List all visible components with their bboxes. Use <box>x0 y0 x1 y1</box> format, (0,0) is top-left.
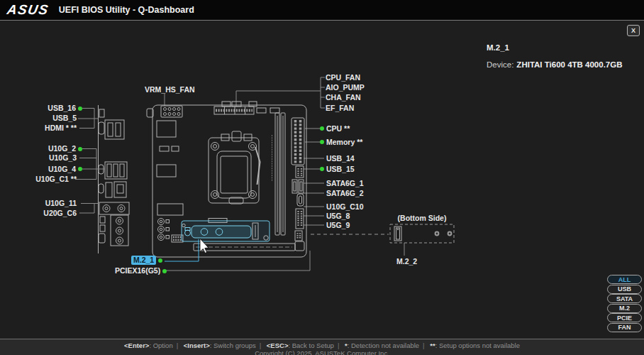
port-label-usb-15[interactable]: USB_15 <box>320 165 355 174</box>
hint-desc: : Detection not available <box>348 342 419 349</box>
hint-desc: : Switch groups <box>210 342 256 349</box>
port-label-u10g-3[interactable]: U10G_3 <box>49 153 77 163</box>
header-label-ef-fan[interactable]: EF_FAN <box>326 104 354 113</box>
label-text: EF_FAN <box>326 104 354 113</box>
label-text: SATA6G_1 <box>326 179 364 188</box>
label-text: USB_15 <box>326 165 355 174</box>
footer-bar: <Enter>: Option| <Insert>: Switch groups… <box>0 339 644 355</box>
hint-separator: | <box>423 342 424 349</box>
pcie-x16-slot <box>194 241 304 251</box>
slot-label-m2-1-selected[interactable]: M.2_1 <box>131 256 162 265</box>
asus-logo: ASUS <box>6 2 50 18</box>
label-text: HDMI * ** <box>45 124 77 133</box>
hint-separator: | <box>338 342 339 349</box>
port-label-u10g-c1[interactable]: U10G_C1 ** <box>35 175 77 184</box>
port-label-u5g-8[interactable]: U5G_8 <box>320 212 350 221</box>
label-text: U10G_C10 <box>326 202 364 212</box>
key-hints: <Enter>: Option| <Insert>: Switch groups… <box>0 342 644 349</box>
copyright-text: Copyright (C) 2025, ASUSTeK Computer Inc… <box>0 349 644 355</box>
mouse-cursor <box>200 239 209 253</box>
selected-label-text: M.2_1 <box>131 256 156 265</box>
top-bar: ASUS UEFI BIOS Utility - Q-Dashboard <box>0 0 644 21</box>
filter-button-m2[interactable]: M.2 <box>607 304 642 313</box>
label-text: USB_16 <box>48 104 76 113</box>
status-dot-icon <box>162 269 167 273</box>
port-label-usb-16[interactable]: USB_16 <box>48 104 82 113</box>
port-label-usb-14[interactable]: USB_14 <box>320 154 355 163</box>
label-text: U10G_3 <box>49 153 77 163</box>
status-dot-icon <box>320 140 324 144</box>
label-text: CPU_FAN <box>326 73 360 82</box>
label-text: Memory ** <box>326 138 362 147</box>
hint-key: ** <box>430 342 435 349</box>
board-components <box>157 121 183 242</box>
port-label-sata6g-2[interactable]: SATA6G_2 <box>320 189 364 198</box>
label-text: CPU ** <box>326 124 350 133</box>
port-label-u10g-4[interactable]: U10G_4 <box>48 165 82 174</box>
atx-24pin-connector <box>292 118 304 165</box>
label-text: U10G_11 <box>45 199 77 208</box>
status-dot-icon <box>158 258 162 263</box>
motherboard-diagram <box>0 0 644 355</box>
port-label-u10g-11[interactable]: U10G_11 <box>45 199 77 208</box>
hint-separator: | <box>260 342 261 349</box>
hint-separator: | <box>177 342 178 349</box>
label-text: M.2_2 <box>396 257 417 266</box>
hint-key: <ESC> <box>267 342 289 349</box>
selected-device-title: M.2_1 <box>487 43 509 52</box>
status-dot-icon <box>320 167 324 171</box>
cpu-socket <box>209 131 260 204</box>
port-label-hdmi[interactable]: HDMI * ** <box>45 124 77 133</box>
label-connector-lines <box>75 77 325 225</box>
header-label-aio-pump[interactable]: AIO_PUMP <box>326 83 365 92</box>
port-label-u20g-c6[interactable]: U20G_C6 <box>43 209 77 218</box>
right-edge-headers <box>292 166 304 241</box>
bottom-side-caption: (Bottom Side) <box>390 214 454 223</box>
hint-desc: : Setup options not available <box>435 342 520 349</box>
label-text: VRM_HS_FAN <box>145 85 195 94</box>
hint-key: <Enter> <box>124 342 149 349</box>
status-dot-icon <box>78 147 82 151</box>
filter-button-sata[interactable]: SATA <box>607 294 642 303</box>
header-label-cha-fan[interactable]: CHA_FAN <box>326 93 361 102</box>
close-button[interactable]: X <box>627 25 640 36</box>
port-label-u5g-9[interactable]: U5G_9 <box>320 221 350 230</box>
label-text: AIO_PUMP <box>326 83 365 92</box>
selected-device-info: Device: ZHITAI Ti600 4TB 4000.7GB <box>487 60 623 69</box>
port-label-u10g-c10[interactable]: U10G_C10 <box>320 202 364 212</box>
label-text: U20G_C6 <box>43 209 77 218</box>
power-and-fan-headers <box>161 102 279 117</box>
page-title: UEFI BIOS Utility - Q-Dashboard <box>59 5 194 15</box>
filter-button-usb[interactable]: USB <box>607 285 642 294</box>
status-dot-icon <box>78 106 82 111</box>
status-dot-icon <box>78 167 82 171</box>
hint-key: <Insert> <box>184 342 210 349</box>
filter-button-all[interactable]: ALL <box>607 275 642 284</box>
filter-button-pcie[interactable]: PCIE <box>607 313 642 322</box>
slot-label-pciex16[interactable]: PCIEX16(G5) <box>115 266 167 275</box>
port-label-u10g-2[interactable]: U10G_2 <box>48 144 82 153</box>
ram-slots <box>272 113 286 235</box>
m2-slot-highlighted[interactable] <box>182 219 270 242</box>
device-prefix: Device: <box>487 60 513 69</box>
port-label-usb-5[interactable]: USB_5 <box>52 114 77 123</box>
filter-button-fan[interactable]: FAN <box>607 323 642 332</box>
status-dot-icon <box>320 126 324 131</box>
label-text: CHA_FAN <box>326 93 361 102</box>
close-icon: X <box>631 27 635 34</box>
port-label-sata6g-1[interactable]: SATA6G_1 <box>320 179 364 188</box>
component-label-cpu[interactable]: CPU ** <box>320 124 350 133</box>
label-text: SATA6G_2 <box>326 189 364 198</box>
rear-io-panel <box>99 105 130 253</box>
hint-desc: : Back to Setup <box>288 342 333 349</box>
header-label-vrm-hs-fan[interactable]: VRM_HS_FAN <box>145 85 195 94</box>
label-text: USB_14 <box>326 154 355 163</box>
slot-label-m2-2[interactable]: M.2_2 <box>396 257 417 266</box>
label-text: U5G_9 <box>326 221 350 230</box>
component-label-memory[interactable]: Memory ** <box>320 138 362 147</box>
header-label-cpu-fan[interactable]: CPU_FAN <box>326 73 360 82</box>
hint-desc: : Option <box>149 342 172 349</box>
bios-qdashboard-screen: ASUS UEFI BIOS Utility - Q-Dashboard X M… <box>0 0 644 355</box>
board-outline <box>147 105 306 257</box>
selection-lines <box>165 239 310 271</box>
